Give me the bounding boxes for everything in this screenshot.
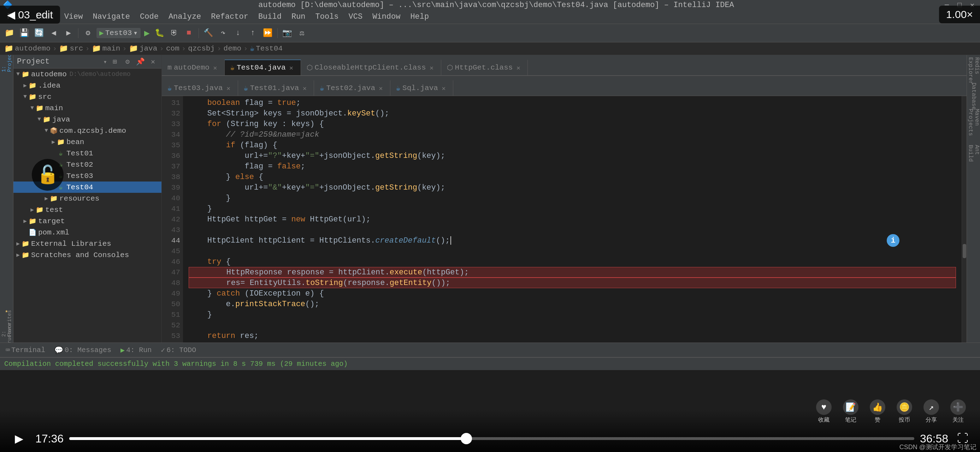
- play-button[interactable]: ▶: [8, 428, 30, 449]
- menu-help[interactable]: Help: [406, 11, 433, 22]
- save-button[interactable]: 💾: [18, 27, 30, 40]
- breadcrumb-main[interactable]: 📁 main: [92, 44, 120, 53]
- breadcrumb-com[interactable]: com: [166, 44, 180, 52]
- forward-button[interactable]: ▶: [62, 27, 75, 40]
- progress-thumb[interactable]: [461, 433, 472, 444]
- menu-refactor[interactable]: Refactor: [207, 11, 253, 22]
- right-tab-maven[interactable]: Maven Projects: [967, 107, 980, 143]
- tab-test03[interactable]: ☕ Test03.java ✕: [162, 80, 238, 96]
- action-follow[interactable]: ➕ 关注: [950, 400, 966, 424]
- step-into-button[interactable]: ↓: [232, 27, 245, 40]
- tree-label-external-libraries: External Libraries: [31, 240, 111, 248]
- tab-httpget[interactable]: ⬡ HttpGet.class ✕: [441, 60, 528, 75]
- tree-item-autodemo[interactable]: ▼ 📁 autodemo D:\demo\autodemo: [13, 68, 161, 80]
- breadcrumb-qzcsbj[interactable]: qzcsbj: [188, 44, 215, 52]
- menu-navigate[interactable]: Navigate: [88, 11, 134, 22]
- tab-sql[interactable]: ☕ Sql.java ✕: [390, 80, 453, 96]
- tab-closeablehttpclient-close[interactable]: ✕: [428, 64, 435, 71]
- coverage-button[interactable]: ⛨: [168, 27, 181, 40]
- run-button[interactable]: ▶: [143, 27, 151, 40]
- project-tab-label[interactable]: 1: Project: [1, 55, 13, 75]
- tab-closeablehttpclient-label: CloseableHttpClient.class: [315, 63, 426, 72]
- settings-button[interactable]: ⚙: [123, 57, 132, 67]
- menu-run[interactable]: Run: [287, 11, 310, 22]
- close-panel-button[interactable]: ✕: [148, 57, 158, 67]
- pin-button[interactable]: 📌: [135, 57, 145, 67]
- resume-button[interactable]: ⏩: [261, 27, 274, 40]
- diff-button[interactable]: ⚖: [296, 27, 309, 40]
- tab-messages[interactable]: 💬 0: Messages: [50, 344, 116, 356]
- tree-item-idea[interactable]: ▶ 📁 .idea: [13, 80, 161, 91]
- tree-item-java[interactable]: ▼ 📁 java: [13, 114, 161, 125]
- tab-test02-close[interactable]: ✕: [377, 85, 384, 92]
- tree-item-target[interactable]: ▶ 📁 target: [13, 216, 161, 227]
- menu-view[interactable]: View: [60, 11, 87, 22]
- tab-test02[interactable]: ☕ Test02.java ✕: [314, 80, 390, 96]
- back-button[interactable]: ◀: [47, 27, 60, 40]
- tree-item-package[interactable]: ▼ 📦 com.qzcsbj.demo: [13, 125, 161, 136]
- tab-autodemo-close[interactable]: ✕: [212, 64, 219, 71]
- tab-test04[interactable]: ☕ Test04.java ✕: [225, 60, 301, 75]
- step-out-button[interactable]: ↑: [247, 27, 259, 40]
- open-folder-button[interactable]: 📁: [3, 27, 16, 40]
- tree-item-scratches[interactable]: ▶ 📁 Scratches and Consoles: [13, 249, 161, 261]
- tree-item-src[interactable]: ▼ 📁 src: [13, 91, 161, 102]
- right-tab-ant[interactable]: Ant Build: [967, 143, 980, 168]
- lock-overlay[interactable]: 🔓: [32, 159, 64, 191]
- overlay-label-right: 1.00×: [946, 8, 973, 20]
- tab-test01[interactable]: ☕ Test01.java ✕: [238, 80, 314, 96]
- expand-arrow: ▶: [22, 218, 28, 224]
- breadcrumb-autodemo[interactable]: 📁 autodemo: [4, 44, 51, 53]
- editor-scrollbar[interactable]: [962, 96, 967, 343]
- tab-test04-close[interactable]: ✕: [288, 64, 295, 71]
- tree-item-main[interactable]: ▼ 📁 main: [13, 102, 161, 114]
- menu-build[interactable]: Build: [254, 11, 286, 22]
- breadcrumb-test04[interactable]: ☕ Test04: [250, 44, 283, 53]
- tree-item-pom[interactable]: ▶ 📄 pom.xml: [13, 227, 161, 238]
- breadcrumb-demo[interactable]: demo: [224, 44, 241, 52]
- tab-closeablehttpclient[interactable]: ⬡ CloseableHttpClient.class ✕: [301, 60, 441, 75]
- breadcrumb-java[interactable]: 📁 java: [129, 44, 157, 53]
- tab-todo[interactable]: ✓ 6: TODO: [156, 344, 200, 356]
- tab-httpget-close[interactable]: ✕: [515, 64, 522, 71]
- step-over-button[interactable]: ↷: [217, 27, 230, 40]
- sync-button[interactable]: 🔄: [32, 27, 45, 40]
- tree-item-test[interactable]: ▶ 📁 test: [13, 204, 161, 216]
- tab-httpget-icon: ⬡: [447, 63, 453, 72]
- tree-item-resources[interactable]: ▶ 📁 resources: [13, 193, 161, 204]
- structure-button[interactable]: ⚙: [82, 27, 94, 40]
- tab-test01-close[interactable]: ✕: [301, 85, 308, 92]
- menu-window[interactable]: Window: [368, 11, 404, 22]
- tree-item-bean[interactable]: ▶ 📁 bean: [13, 136, 161, 147]
- progress-bar[interactable]: [69, 437, 914, 440]
- code-editor[interactable]: boolean flag = true; Set<String> keys = …: [183, 96, 962, 343]
- action-like[interactable]: 👍 赞: [870, 400, 885, 424]
- menu-tools[interactable]: Tools: [311, 11, 343, 22]
- tab-sql-close[interactable]: ✕: [440, 85, 447, 92]
- tab-autodemo[interactable]: m autoDemo ✕: [162, 60, 225, 75]
- run-config-selector[interactable]: ▶ Test03 ▾: [97, 28, 141, 38]
- stop-button[interactable]: ■: [183, 27, 196, 40]
- structure-tab[interactable]: 7: Structure: [0, 330, 13, 343]
- tab-test03-close[interactable]: ✕: [225, 85, 232, 92]
- menu-code[interactable]: Code: [136, 11, 163, 22]
- right-tab-database[interactable]: Database: [967, 86, 980, 107]
- scrollbar-thumb[interactable]: [963, 244, 966, 258]
- action-coin[interactable]: 🪙 投币: [897, 400, 912, 424]
- debug-button[interactable]: 🐛: [153, 27, 166, 38]
- tab-run[interactable]: ▶ 4: Run: [116, 344, 156, 356]
- breadcrumb-src[interactable]: 📁 src: [59, 44, 83, 53]
- tree-item-test01[interactable]: ▶ ☕ Test01: [13, 147, 161, 159]
- info-bubble[interactable]: i: [887, 234, 899, 247]
- tree-item-external-libraries[interactable]: ▶ 📁 External Libraries: [13, 238, 161, 249]
- menu-analyze[interactable]: Analyze: [164, 11, 205, 22]
- tab-terminal[interactable]: ⌨ Terminal: [2, 344, 49, 356]
- build-button[interactable]: 🔨: [202, 27, 215, 40]
- action-share[interactable]: ↗ 分享: [923, 400, 939, 424]
- right-tab-redis[interactable]: Redis Explorer: [967, 57, 980, 85]
- camera-button[interactable]: 📷: [281, 27, 294, 40]
- action-note[interactable]: 📝 笔记: [843, 400, 859, 424]
- collapse-all-button[interactable]: ⊞: [110, 57, 120, 67]
- action-collect[interactable]: ♥ 收藏: [816, 400, 832, 424]
- menu-vcs[interactable]: VCS: [344, 11, 367, 22]
